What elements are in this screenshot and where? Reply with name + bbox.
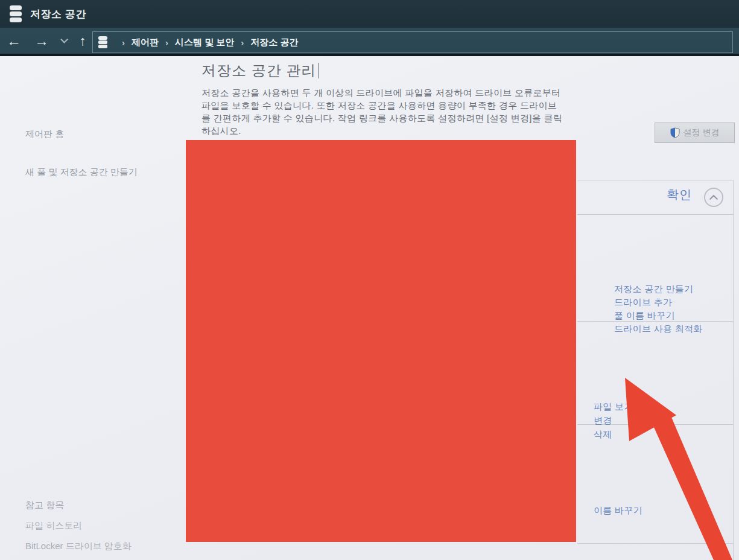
link-rename-pool[interactable]: 풀 이름 바꾸기 bbox=[614, 309, 711, 322]
link-add-drive[interactable]: 드라이브 추가 bbox=[614, 296, 711, 309]
sidebar-item-create-new-pool[interactable]: 새 풀 및 저장소 공간 만들기 bbox=[25, 167, 138, 178]
change-settings-button[interactable]: 설정 변경 bbox=[655, 122, 735, 143]
link-change[interactable]: 변경 bbox=[594, 413, 633, 427]
collapse-button[interactable] bbox=[704, 188, 723, 207]
sidebar-item-file-history[interactable]: 파일 히스토리 bbox=[25, 520, 82, 532]
page-title: 저장소 공간 관리 bbox=[201, 61, 319, 80]
breadcrumb-chevron-icon: › bbox=[165, 37, 168, 48]
link-view-files[interactable]: 파일 보기 bbox=[594, 399, 633, 413]
pool-actions: 저장소 공간 만들기 드라이브 추가 풀 이름 바꾸기 드라이브 사용 최적화 bbox=[614, 282, 711, 336]
link-optimize-drive-usage[interactable]: 드라이브 사용 최적화 bbox=[614, 322, 711, 336]
drive-actions: 이름 바꾸기 bbox=[594, 503, 642, 517]
panel-divider bbox=[577, 180, 734, 180]
link-rename[interactable]: 이름 바꾸기 bbox=[594, 503, 642, 517]
check-header: 확인 bbox=[627, 186, 692, 203]
title-bar: 저장소 공간 bbox=[0, 0, 739, 28]
breadcrumb-chevron-icon: › bbox=[241, 37, 244, 48]
redaction-overlay bbox=[186, 140, 576, 542]
sidebar-item-control-panel-home[interactable]: 제어판 홈 bbox=[25, 129, 64, 140]
page-description: 저장소 공간을 사용하면 두 개 이상의 드라이브에 파일을 저장하여 드라이브… bbox=[201, 86, 600, 137]
forward-button[interactable]: → bbox=[31, 28, 52, 54]
forward-icon: → bbox=[34, 33, 49, 49]
recent-pages-button[interactable] bbox=[57, 28, 69, 54]
back-icon: ← bbox=[7, 33, 21, 49]
chevron-up-icon bbox=[709, 195, 718, 203]
window-title: 저장소 공간 bbox=[30, 7, 86, 21]
space-actions: 파일 보기 변경 삭제 bbox=[594, 399, 633, 441]
panel-border bbox=[733, 180, 734, 560]
sidebar-item-bitlocker[interactable]: BitLocker 드라이브 암호화 bbox=[25, 541, 132, 552]
link-create-storage-space[interactable]: 저장소 공간 만들기 bbox=[614, 282, 711, 296]
panel-divider bbox=[577, 543, 734, 544]
up-button[interactable]: ↑ bbox=[72, 28, 93, 54]
see-also-header: 참고 항목 bbox=[25, 500, 64, 511]
address-bar[interactable]: › 제어판 › 시스템 및 보안 › 저장소 공간 bbox=[92, 31, 733, 53]
uac-shield-icon bbox=[670, 127, 680, 138]
storage-spaces-icon bbox=[10, 5, 25, 23]
breadcrumb-system-security[interactable]: 시스템 및 보안 bbox=[175, 37, 234, 48]
storage-spaces-icon bbox=[98, 36, 109, 49]
link-delete[interactable]: 삭제 bbox=[594, 427, 633, 441]
breadcrumb-control-panel[interactable]: 제어판 bbox=[132, 37, 159, 48]
navigation-bar: ← → ↑ › 제어판 › 시스템 및 보안 › 저장소 공간 bbox=[0, 28, 739, 56]
chevron-down-icon bbox=[60, 36, 68, 43]
up-icon: ↑ bbox=[80, 33, 86, 49]
back-button[interactable]: ← bbox=[4, 28, 24, 54]
breadcrumb-chevron-icon: › bbox=[122, 37, 125, 48]
panel-divider bbox=[577, 214, 734, 215]
breadcrumb-storage-spaces[interactable]: 저장소 공간 bbox=[250, 37, 298, 48]
change-settings-label: 설정 변경 bbox=[683, 127, 720, 138]
text-cursor bbox=[318, 63, 319, 78]
